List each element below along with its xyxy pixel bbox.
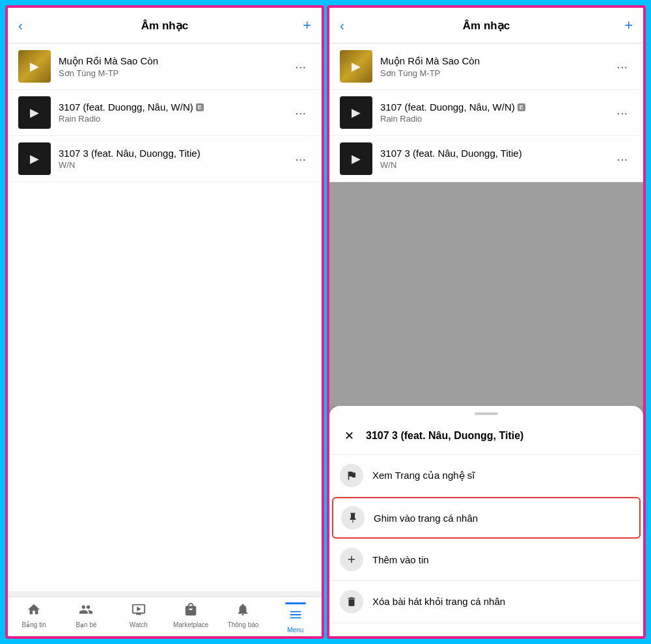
right-song-list-container: ▶ Muộn Rồi Mà Sao Còn Sơn Tùng M-TP ··· … <box>329 44 643 182</box>
right-song-thumb-1: ▶ <box>340 50 372 83</box>
right-song-item-3[interactable]: ▶ 3107 3 (feat. Nâu, Duongg, Titie) W/N … <box>329 136 643 182</box>
play-icon-1: ▶ <box>30 59 39 74</box>
right-song-item-1[interactable]: ▶ Muộn Rồi Mà Sao Còn Sơn Tùng M-TP ··· <box>329 44 643 90</box>
app-container: ‹ Âm nhạc + ▶ Muộn Rồi Mà Sao Còn Sơn Tù… <box>0 0 651 644</box>
pin-icon-circle <box>341 506 365 530</box>
right-song-info-1: Muộn Rồi Mà Sao Còn Sơn Tùng M-TP <box>380 55 611 78</box>
nav-item-friends[interactable]: Bạn bè <box>60 602 112 634</box>
right-song-more-2[interactable]: ··· <box>611 103 633 123</box>
right-song-more-1[interactable]: ··· <box>611 57 633 77</box>
option-label-pin: Ghim vào trang cá nhân <box>374 513 478 524</box>
right-song-thumb-2: ▶ <box>340 96 372 129</box>
right-content-area: ▶ Muộn Rồi Mà Sao Còn Sơn Tùng M-TP ··· … <box>329 44 643 406</box>
right-song-artist-3: W/N <box>380 160 611 170</box>
left-song-more-2[interactable]: ··· <box>290 103 311 123</box>
right-song-more-3[interactable]: ··· <box>611 149 633 169</box>
play-icon-2: ▶ <box>30 105 39 120</box>
bell-icon <box>236 602 250 619</box>
nav-item-notifications[interactable]: Thông báo <box>217 602 269 634</box>
right-song-artist-2: Rain Radio <box>380 114 611 124</box>
nav-label-marketplace: Marketplace <box>173 621 208 628</box>
right-play-icon-1: ▶ <box>352 59 361 74</box>
bottom-nav: Bảng tin Bạn bè Watch Mark <box>8 597 322 636</box>
option-label-add-story: Thêm vào tin <box>372 554 429 565</box>
left-song-thumb-2: ▶ <box>18 96 51 129</box>
option-label-view-artist: Xem Trang của nghệ sĩ <box>372 470 475 481</box>
left-header: ‹ Âm nhạc + <box>8 8 322 44</box>
sheet-option-pin[interactable]: Ghim vào trang cá nhân <box>332 497 641 539</box>
right-back-button[interactable]: ‹ <box>340 18 359 33</box>
left-song-info-2: 3107 (feat. Duongg, Nâu, W/N) E Rain Rad… <box>59 101 290 124</box>
left-song-more-1[interactable]: ··· <box>290 57 311 77</box>
left-song-item-3[interactable]: ▶ 3107 3 (feat. Nâu, Duongg, Titie) W/N … <box>8 136 322 182</box>
nav-item-watch[interactable]: Watch <box>113 602 165 634</box>
play-icon-3: ▶ <box>30 152 39 166</box>
left-song-item-2[interactable]: ▶ 3107 (feat. Duongg, Nâu, W/N) E Rain R… <box>8 90 322 136</box>
watch-icon <box>132 602 146 619</box>
right-song-info-2: 3107 (feat. Duongg, Nâu, W/N) E Rain Rad… <box>380 101 611 124</box>
right-song-title-2: 3107 (feat. Duongg, Nâu, W/N) E <box>380 101 611 113</box>
left-header-title: Âm nhạc <box>141 19 188 33</box>
sheet-option-remove[interactable]: Xóa bài hát khỏi trang cá nhân <box>329 581 643 623</box>
left-song-artist-2: Rain Radio <box>59 114 290 124</box>
right-header-title: Âm nhạc <box>463 19 510 33</box>
nav-label-menu: Menu <box>287 626 303 634</box>
right-song-info-3: 3107 3 (feat. Nâu, Duongg, Titie) W/N <box>380 148 611 170</box>
menu-icon <box>288 608 303 624</box>
right-song-artist-1: Sơn Tùng M-TP <box>380 68 611 78</box>
sheet-handle <box>475 412 498 415</box>
right-song-title-3: 3107 3 (feat. Nâu, Duongg, Titie) <box>380 148 611 159</box>
left-song-artist-1: Sơn Tùng M-TP <box>59 68 290 78</box>
explicit-badge-2: E <box>196 103 204 111</box>
nav-item-marketplace[interactable]: Marketplace <box>165 602 217 634</box>
nav-label-watch: Watch <box>130 621 148 628</box>
right-song-thumb-3: ▶ <box>340 142 372 175</box>
friends-icon <box>79 602 93 619</box>
nav-item-home[interactable]: Bảng tin <box>8 602 60 634</box>
sheet-title: 3107 3 (feat. Nâu, Duongg, Titie) <box>366 430 523 442</box>
right-panel: ‹ Âm nhạc + ▶ Muộn Rồi Mà Sao Còn Sơn Tù… <box>327 5 646 639</box>
right-add-button[interactable]: + <box>613 17 633 34</box>
sheet-option-add-story[interactable]: Thêm vào tin <box>329 539 643 581</box>
home-icon <box>27 602 41 619</box>
right-play-icon-2: ▶ <box>352 105 361 120</box>
right-song-title-1: Muộn Rồi Mà Sao Còn <box>380 55 611 67</box>
sheet-header: ✕ 3107 3 (feat. Nâu, Duongg, Titie) <box>329 424 643 455</box>
left-add-button[interactable]: + <box>292 17 311 34</box>
left-song-title-3: 3107 3 (feat. Nâu, Duongg, Titie) <box>59 148 290 159</box>
left-song-title-2: 3107 (feat. Duongg, Nâu, W/N) E <box>59 101 290 113</box>
right-header: ‹ Âm nhạc + <box>329 8 643 44</box>
flag-icon-circle <box>340 464 363 487</box>
right-song-item-2[interactable]: ▶ 3107 (feat. Duongg, Nâu, W/N) E Rain R… <box>329 90 643 136</box>
sheet-option-view-artist[interactable]: Xem Trang của nghệ sĩ <box>329 455 643 497</box>
bottom-sheet: ✕ 3107 3 (feat. Nâu, Duongg, Titie) Xem … <box>329 406 643 636</box>
left-song-more-3[interactable]: ··· <box>290 149 311 169</box>
nav-active-indicator <box>285 602 306 604</box>
left-song-title-1: Muộn Rồi Mà Sao Còn <box>59 55 290 67</box>
trash-icon-circle <box>340 590 363 613</box>
nav-label-friends: Bạn bè <box>76 621 96 628</box>
left-song-thumb-1: ▶ <box>18 50 51 83</box>
sheet-close-button[interactable]: ✕ <box>340 427 358 445</box>
right-play-icon-3: ▶ <box>352 152 361 166</box>
nav-label-home: Bảng tin <box>22 621 46 628</box>
left-panel: ‹ Âm nhạc + ▶ Muộn Rồi Mà Sao Còn Sơn Tù… <box>5 5 324 639</box>
left-song-item-1[interactable]: ▶ Muộn Rồi Mà Sao Còn Sơn Tùng M-TP ··· <box>8 44 322 90</box>
nav-label-notifications: Thông báo <box>228 621 259 628</box>
left-back-button[interactable]: ‹ <box>18 18 38 33</box>
marketplace-icon <box>184 602 198 619</box>
option-label-remove: Xóa bài hát khỏi trang cá nhân <box>372 596 505 608</box>
nav-item-menu[interactable]: Menu <box>270 602 322 634</box>
left-song-artist-3: W/N <box>59 160 290 170</box>
left-song-info-3: 3107 3 (feat. Nâu, Duongg, Titie) W/N <box>59 148 290 170</box>
left-song-thumb-3: ▶ <box>18 142 51 175</box>
plus-icon-circle <box>340 548 363 571</box>
left-song-info-1: Muộn Rồi Mà Sao Còn Sơn Tùng M-TP <box>59 55 290 78</box>
left-song-list: ▶ Muộn Rồi Mà Sao Còn Sơn Tùng M-TP ··· … <box>8 44 322 591</box>
right-explicit-badge-2: E <box>518 103 525 111</box>
